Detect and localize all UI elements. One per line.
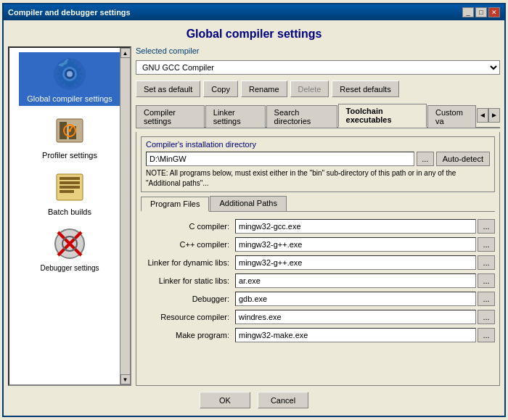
linker-static-input[interactable] [235, 273, 476, 288]
maximize-button[interactable]: □ [475, 7, 487, 17]
action-buttons: Set as default Copy Rename Delete Reset … [136, 81, 500, 97]
main-tabs-row: Compiler settings Linker settings Search… [136, 103, 500, 128]
c-compiler-label: C compiler: [141, 222, 235, 231]
inner-tab-program-files[interactable]: Program Files [141, 197, 209, 212]
sidebar-scrollbar: ▲ ▼ [120, 48, 130, 384]
gear-icon [51, 55, 89, 93]
scroll-up-button[interactable]: ▲ [120, 48, 131, 58]
selected-compiler-label: Selected compiler [136, 46, 500, 55]
title-bar: Compiler and debugger settings _ □ ✕ [4, 4, 504, 20]
tab-toolchain-executables[interactable]: Toolchain executables [338, 104, 427, 128]
sidebar-label-batch: Batch builds [48, 207, 91, 216]
svg-point-9 [68, 129, 71, 132]
cpp-compiler-input[interactable] [235, 237, 476, 252]
rename-button[interactable]: Rename [241, 81, 287, 97]
svg-rect-12 [60, 181, 80, 184]
make-program-row: Make program: ... [141, 328, 495, 342]
body-area: ▲ ▼ Glo [8, 46, 500, 386]
tab-linker-settings[interactable]: Linker settings [205, 105, 266, 128]
debugger-input[interactable] [235, 292, 476, 306]
cpp-compiler-browse-button[interactable]: ... [478, 237, 495, 252]
right-panel: Selected compiler GNU GCC Compiler Set a… [136, 46, 500, 386]
svg-rect-13 [60, 186, 80, 189]
linker-dynamic-row: Linker for dynamic libs: ... [141, 255, 495, 270]
svg-point-3 [67, 71, 73, 77]
sidebar-item-global-compiler[interactable]: Global compiler settings [19, 52, 120, 106]
make-program-label: Make program: [141, 331, 235, 339]
linker-dynamic-input[interactable] [235, 255, 476, 270]
page-title: Global compiler settings [8, 23, 500, 46]
install-dir-label: Compiler's installation directory [146, 140, 490, 149]
title-bar-buttons: _ □ ✕ [462, 7, 500, 17]
install-dir-browse-button[interactable]: ... [417, 152, 434, 166]
compiler-select[interactable]: GNU GCC Compiler [136, 60, 500, 75]
svg-rect-11 [60, 177, 80, 180]
inner-tabs-row: Program Files Additional Paths [141, 196, 495, 212]
copy-button[interactable]: Copy [203, 81, 238, 97]
install-dir-input[interactable] [146, 152, 414, 166]
resource-compiler-label: Resource compiler: [141, 313, 235, 321]
make-program-input[interactable] [235, 328, 476, 342]
linker-static-label: Linker for static libs: [141, 276, 235, 285]
batch-icon [51, 168, 89, 206]
note-text: NOTE: All programs below, must exist eit… [146, 168, 490, 189]
c-compiler-row: C compiler: ... [141, 219, 495, 234]
sidebar-label-debugger: Debugger settings [40, 264, 99, 272]
compiler-row: GNU GCC Compiler [136, 60, 500, 75]
reset-defaults-button[interactable]: Reset defaults [332, 81, 398, 97]
tab-next-button[interactable]: ► [488, 108, 500, 123]
sidebar: ▲ ▼ Glo [8, 46, 131, 386]
set-as-default-button[interactable]: Set as default [136, 81, 200, 97]
resource-compiler-input[interactable] [235, 310, 476, 324]
cpp-compiler-row: C++ compiler: ... [141, 237, 495, 252]
make-program-browse-button[interactable]: ... [478, 328, 495, 342]
debugger-icon [51, 225, 89, 263]
install-dir-row: ... Auto-detect [146, 152, 490, 166]
profiler-icon [51, 112, 89, 149]
window-title: Compiler and debugger settings [8, 8, 131, 17]
tab-custom-var[interactable]: Custom va [427, 105, 476, 128]
cancel-button[interactable]: Cancel [258, 392, 308, 408]
linker-static-row: Linker for static libs: ... [141, 273, 495, 288]
cpp-compiler-label: C++ compiler: [141, 240, 235, 249]
bottom-buttons: OK Cancel [8, 386, 500, 411]
inner-tab-additional-paths[interactable]: Additional Paths [210, 196, 287, 211]
close-button[interactable]: ✕ [488, 7, 500, 17]
tab-nav-group: ◄ ► [477, 108, 500, 123]
sidebar-item-profiler[interactable]: Profiler settings [19, 109, 120, 162]
sidebar-label-profiler: Profiler settings [42, 151, 97, 160]
linker-dynamic-browse-button[interactable]: ... [478, 255, 495, 270]
debugger-row: Debugger: ... [141, 292, 495, 306]
svg-rect-14 [60, 190, 74, 193]
sidebar-item-debugger[interactable]: Debugger settings [19, 222, 120, 275]
resource-compiler-browse-button[interactable]: ... [478, 310, 495, 324]
window-content: Global compiler settings ▲ ▼ [4, 20, 504, 416]
c-compiler-browse-button[interactable]: ... [478, 219, 495, 234]
linker-static-browse-button[interactable]: ... [478, 273, 495, 288]
ok-button[interactable]: OK [200, 392, 250, 408]
auto-detect-button[interactable]: Auto-detect [436, 152, 490, 166]
tab-content: Compiler's installation directory ... Au… [136, 132, 500, 386]
debugger-label: Debugger: [141, 295, 235, 303]
debugger-browse-button[interactable]: ... [478, 292, 495, 306]
sidebar-item-batch[interactable]: Batch builds [19, 165, 120, 219]
delete-button[interactable]: Delete [290, 81, 329, 97]
resource-compiler-row: Resource compiler: ... [141, 310, 495, 324]
c-compiler-input[interactable] [235, 219, 476, 234]
tab-prev-button[interactable]: ◄ [477, 108, 488, 123]
tab-search-directories[interactable]: Search directories [266, 105, 337, 128]
linker-dynamic-label: Linker for dynamic libs: [141, 258, 235, 267]
install-dir-group: Compiler's installation directory ... Au… [141, 136, 495, 192]
program-files-content: C compiler: ... C++ compiler: ... Linker… [141, 215, 495, 381]
main-window: Compiler and debugger settings _ □ ✕ Glo… [2, 3, 506, 417]
minimize-button[interactable]: _ [462, 7, 474, 17]
scroll-down-button[interactable]: ▼ [120, 374, 131, 384]
sidebar-label-global: Global compiler settings [27, 94, 112, 103]
tab-compiler-settings[interactable]: Compiler settings [136, 105, 205, 128]
